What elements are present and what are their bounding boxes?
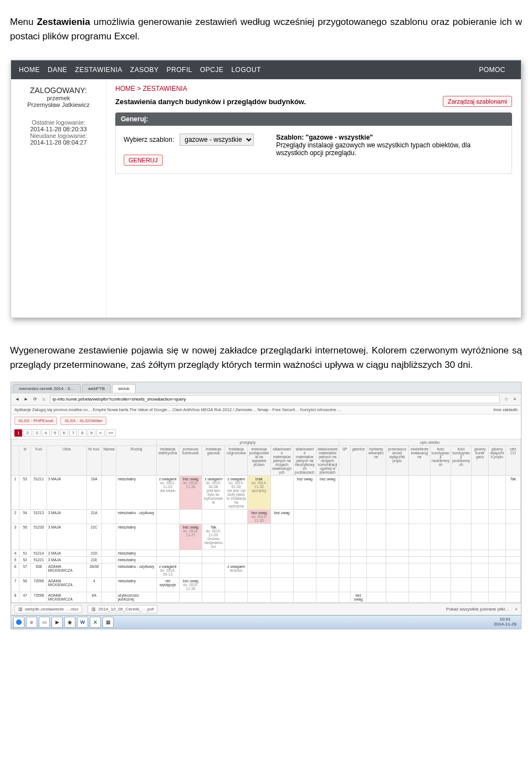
cell-c15 [451,592,472,603]
media-icon[interactable]: ▶ [52,617,63,628]
nav-home[interactable]: HOME [19,66,40,74]
cell-c3: Takdo: 2015-11-03Drobne niesprawności [202,524,225,550]
col-c4: instalacja odgromowa [225,446,248,476]
breadcrumb[interactable]: HOME > ZESTAWIENIA [115,85,512,93]
nav-pomoc[interactable]: POMOC [479,66,505,74]
show-all-downloads-link[interactable]: Pokaż wszystkie pobrane pliki… [446,607,509,612]
bookmarks-bar[interactable]: Aplikacje Zaloguj się promos.mcafee.co… … [11,406,521,414]
browser-tab-2[interactable]: webPTB [82,384,111,393]
nav-opcje[interactable]: OPCJE [200,66,224,74]
txt: Menu [10,17,37,27]
cell-c4 [225,557,248,563]
cell-id: 47 [19,592,31,603]
page-5[interactable]: 5 [51,429,59,437]
cell-c7: bez uwag [293,476,316,510]
home-icon[interactable]: ⌂ [41,397,47,402]
page-4[interactable]: 4 [42,429,49,437]
cell-c17 [489,510,506,524]
cell-c16 [472,563,489,578]
page-7[interactable]: 7 [69,429,77,437]
col-c11: hydranty wewnętrzne [366,446,386,476]
cell-c8 [316,578,339,592]
cell-nazwa [101,578,116,592]
page-1[interactable]: 1 [14,429,22,437]
page-6[interactable]: 6 [60,429,68,437]
col-c18: sieć CO [505,446,520,476]
cell-c2 [179,557,202,563]
cell-ulica: ADAMA MICKIEWICZA [47,563,86,578]
chrome-icon[interactable]: ◉ [64,617,75,628]
cell-kod: 51214 [31,550,47,557]
cell-c1 [156,592,179,603]
word-icon[interactable]: W [77,617,88,628]
app-icon[interactable]: ▦ [103,617,114,628]
address-input[interactable] [50,395,500,403]
page-»»[interactable]: »» [106,429,116,437]
star-icon[interactable]: ☆ [503,397,509,402]
page-2[interactable]: 2 [23,429,31,437]
bold-term: Zestawienia [37,17,90,27]
browser-tab-3[interactable]: widok [112,384,135,393]
page-»[interactable]: » [96,429,104,437]
cell-nazwa [101,510,116,524]
start-button-icon[interactable] [13,617,24,628]
cell-c13 [408,524,430,550]
export-xlsxwriter-button[interactable]: XLSX : XLSXWriter [60,417,106,425]
nav-zestawienia[interactable]: ZESTAWIENIA [75,66,122,74]
cell-c16 [472,550,489,557]
cell-c5 [248,592,270,603]
excel-icon[interactable]: X [90,617,101,628]
downloaded-file-1[interactable]: ▥ webptb-zestawienie ….xlsx [14,605,82,613]
cell-c2: bez uwagdo: 2015-11-30 [179,578,202,592]
reload-icon[interactable]: ⟳ [32,397,38,402]
cell-kod: 51213 [31,510,47,524]
cell-nrbud: 4 [86,578,101,592]
nav-zasoby[interactable]: ZASOBY [130,66,159,74]
export-phpexcel-button[interactable]: XLSX : PHPExcel [14,417,57,425]
cell-c13 [408,592,430,603]
cell-id: 53 [19,476,31,510]
page-8[interactable]: 8 [78,429,86,437]
generate-button[interactable]: GENERUJ [124,155,163,166]
cell-lp: 4 [12,550,19,557]
col-ulica: Ulica [47,446,86,476]
table-row: 84772598ADAMA MICKIEWICZA6Aużyteczności … [12,592,521,603]
col-kod: Kod [31,446,47,476]
template-select[interactable]: gazowe - wszystkie [180,134,254,146]
cell-c11 [366,557,386,563]
browser-tab-1[interactable]: mercedes cennik 2014 - S… [13,384,81,393]
cell-id: 52 [19,557,31,563]
forward-icon[interactable]: ► [23,397,29,402]
back-icon[interactable]: ◄ [14,397,20,402]
cell-nrbud: 21C [86,524,101,550]
nav-logout[interactable]: LOGOUT [231,66,261,74]
cell-c6: bez uwag [270,510,293,524]
cell-c8: bez uwag [316,476,339,510]
browser-tabstrip: mercedes cennik 2014 - S… webPTB widok [11,382,521,393]
cell-c7 [293,550,316,557]
failed-login-label: Nieudane logowanie: [16,132,101,139]
cell-ulica: ADAMA MICKIEWICZA [47,592,86,603]
explorer-icon[interactable]: ▭ [39,617,50,628]
cell-c6 [270,563,293,578]
col-rodzaj: Rodzaj [116,446,156,476]
other-bookmarks[interactable]: Inne zakładki [493,407,518,412]
cell-c11 [366,510,386,524]
col-c3: instalacja gazowa [202,446,225,476]
taskbar-clock[interactable]: 10:01 2014-11-28 [492,617,519,627]
manage-templates-button[interactable]: Zarządzaj szablonami [443,96,512,107]
ie-icon[interactable]: e [26,617,37,628]
downloaded-file-2[interactable]: ▥ 2014_10_06_Cennik_….pdf [88,605,157,613]
page-3[interactable]: 3 [33,429,40,437]
close-icon[interactable]: × [515,607,518,612]
table-row: 451512143 MAJA21Dmieszkalny [12,550,521,557]
cell-c5: brakdo: 2014-11-30apodpisy [248,476,270,510]
nav-profil[interactable]: PROFIL [167,66,192,74]
bookmark-items[interactable]: Aplikacje Zaloguj się promos.mcafee.co… … [14,407,341,412]
page-9[interactable]: 9 [88,429,95,437]
col-c15: ilość kondygnacji podziemnych [451,446,472,476]
cell-c16 [472,578,489,592]
menu-icon[interactable]: ≡ [512,397,518,402]
nav-dane[interactable]: DANE [48,66,67,74]
table-row: 552512213 MAJA21Emieszkalny [12,557,521,563]
